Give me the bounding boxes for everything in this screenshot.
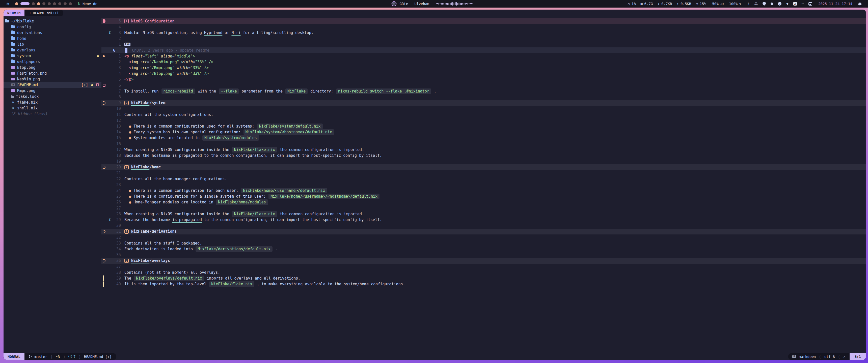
editor-line[interactable]: 30	[101, 223, 866, 229]
text-segment	[124, 124, 129, 129]
editor-line[interactable]: 18Because the hostname is propagated to …	[101, 153, 866, 158]
editor-line[interactable]: 26 ● Home-Manager modules are located in…	[101, 199, 866, 205]
line-number: 13	[112, 124, 121, 129]
editor-line[interactable]: 5</p>	[101, 77, 866, 82]
location-lock-icon[interactable]	[771, 2, 773, 5]
tree-item-readme-md[interactable]: MREADME.md[+]●	[3, 82, 101, 88]
tree-item-lib[interactable]: lib	[3, 41, 101, 47]
tree-item-system[interactable]: system●	[3, 53, 101, 59]
editor-line[interactable]: 2	[101, 36, 866, 42]
shield-icon[interactable]	[763, 2, 766, 6]
editor-line[interactable]: 28When creating a NixOS configuration in…	[101, 211, 866, 217]
editor-line[interactable]: 362NixFlake/overlays	[101, 258, 866, 264]
tab-readme[interactable]: 1 README.md[1+]	[25, 9, 63, 16]
bluetooth-icon[interactable]: ᛒ	[747, 2, 749, 6]
neovide-app-indicator[interactable]: N Neovide	[78, 1, 97, 6]
editor-line[interactable]: 51NixOS Configuration	[101, 18, 866, 24]
network-icon[interactable]: ⁂	[754, 2, 758, 6]
tree-item-flake-lock[interactable]: flake.lock	[3, 94, 101, 99]
workspace-empty-dot[interactable]	[58, 2, 61, 5]
editor-line[interactable]: 6	[101, 82, 866, 88]
fold-column	[101, 101, 107, 105]
vpn-icon[interactable]: ▼	[786, 2, 788, 6]
editor-line[interactable]: 39The NixFlake/overlays/default.nix impo…	[101, 275, 866, 281]
z-tray-icon[interactable]: Z	[793, 2, 797, 5]
terminal-icon[interactable]	[808, 2, 812, 5]
tree-item-home[interactable]: home	[3, 36, 101, 41]
editor-line[interactable]: 38Contains (not at the moment) all overl…	[101, 269, 866, 275]
line-number: 4	[112, 71, 121, 76]
tree-item-flake-nix[interactable]: ❄flake.nix	[3, 99, 101, 105]
editor-line[interactable]: 34Each derivation is loaded into NixFlak…	[101, 246, 866, 252]
editor-line[interactable]: 4	[101, 24, 866, 30]
editor-line[interactable]: 8	[101, 94, 866, 100]
volume-stat[interactable]: 50%◁)	[712, 2, 724, 6]
workspace-occupied-dot[interactable]	[37, 2, 40, 5]
music-widget[interactable]: Gåte – Ulveham	[392, 0, 473, 7]
editor-line[interactable]: 6 ChUrl, 2 years ago - Update readme	[101, 47, 866, 53]
text-segment	[124, 130, 129, 134]
tree-item-rmpc-png[interactable]: Rmpc.png	[3, 88, 101, 94]
editor-line[interactable]: 35	[101, 252, 866, 258]
mic-stat[interactable]: 100%Ψ	[729, 2, 741, 6]
editor-line[interactable]: 13 ● There is a common configuration use…	[101, 123, 866, 129]
workspace-empty-dot[interactable]	[64, 2, 67, 5]
inline-code: NixFlake/home/<username>/<hostname>/defa…	[269, 194, 379, 199]
editor-line[interactable]: 12	[101, 118, 866, 123]
workspace-empty-dot[interactable]	[53, 2, 56, 5]
tree-item-fastfetch-png[interactable]: FastFetch.png	[3, 70, 101, 76]
editor-line[interactable]: 17When creating a NixOS configuration in…	[101, 147, 866, 153]
editor-line[interactable]: 27	[101, 205, 866, 211]
workspace-empty-dot[interactable]	[42, 2, 45, 5]
editor-line[interactable]: 22Contains all the home-manager configur…	[101, 176, 866, 182]
tree-root[interactable]: ~/NixFlake	[3, 18, 101, 24]
tree-item-overlays[interactable]: overlays	[3, 47, 101, 53]
notifications-bell-icon[interactable]	[859, 2, 862, 5]
editor-line[interactable]: I3Modular NixOS configuration, using Hyp…	[101, 30, 866, 36]
verified-icon[interactable]: ✓	[778, 2, 781, 5]
editor-buffer[interactable]: 51NixOS Configuration4I3Modular NixOS co…	[101, 16, 866, 360]
editor-line[interactable]: 1PNG	[101, 42, 866, 47]
editor-line[interactable]: 3 <img src="/Rmpc.png" width="33%" />	[101, 65, 866, 71]
editor-line[interactable]: 312NixFlake/derivations	[101, 229, 866, 234]
editor-line[interactable]: 92NixFlake/system	[101, 100, 866, 106]
tree-item-shell-nix[interactable]: ❄shell.nix	[3, 105, 101, 111]
git-branch[interactable]: master	[29, 355, 48, 359]
editor-line[interactable]: 202NixFlake/home	[101, 164, 866, 170]
editor-line[interactable]: 7To install, run nixos-rebuild with the …	[101, 88, 866, 94]
workspace-empty-dot[interactable]	[48, 2, 51, 5]
workspace-empty-dot[interactable]	[32, 2, 35, 5]
editor-line[interactable]: 15 ● System modules are located in NixFl…	[101, 135, 866, 141]
editor-line[interactable]: I29Because the hostname is propagated to…	[101, 217, 866, 223]
editor-line[interactable]: 2 <img src="/NeoVim.png" width="33%" />	[101, 59, 866, 65]
text-segment	[202, 71, 204, 76]
editor-line[interactable]: 23	[101, 182, 866, 188]
editor-line[interactable]: 1<p float="left" align="middle">	[101, 53, 866, 59]
system-tray: ᛒ⁂✓▼Z⌨	[747, 2, 812, 6]
editor-line[interactable]: 10	[101, 106, 866, 112]
editor-line[interactable]: 32	[101, 234, 866, 240]
workspace-indicators[interactable]	[15, 2, 72, 5]
tree-item-label: Btop.png	[17, 65, 35, 70]
editor-line[interactable]: 24 ● There is a common configuration for…	[101, 188, 866, 193]
editor-line[interactable]: 14 ● Every system has its own special co…	[101, 129, 866, 135]
workspace-empty-dot[interactable]	[69, 2, 72, 5]
tree-item-wallpapers[interactable]: wallpapers	[3, 59, 101, 65]
tree-item-config[interactable]: config	[3, 24, 101, 30]
editor-line[interactable]: 37	[101, 264, 866, 269]
editor-line[interactable]: 19	[101, 159, 866, 164]
tree-item-btop-png[interactable]: Btop.png	[3, 65, 101, 70]
workspace-occupied-dot[interactable]	[15, 2, 18, 5]
tree-item-derivations[interactable]: derivations	[3, 30, 101, 36]
tree-item-neovim-png[interactable]: NeoVim.png	[3, 76, 101, 82]
editor-line[interactable]: 16	[101, 141, 866, 147]
workspace-active-dot[interactable]	[21, 2, 30, 5]
editor-line[interactable]: 4 <img src="/Btop.png" width="33%" />	[101, 71, 866, 77]
editor-line[interactable]: 33Contains all the stuff I packaged.	[101, 240, 866, 246]
editor-line[interactable]: 11Contains all the system configurations…	[101, 112, 866, 118]
text-segment: , to make everything available to the sy…	[255, 282, 405, 286]
editor-line[interactable]: 25 ● There is a configuration for a sing…	[101, 194, 866, 199]
editor-line[interactable]: 21	[101, 170, 866, 176]
keyboard-icon[interactable]: ⌨	[802, 2, 804, 6]
editor-line[interactable]: 40It is then imported by the top-level N…	[101, 281, 866, 287]
